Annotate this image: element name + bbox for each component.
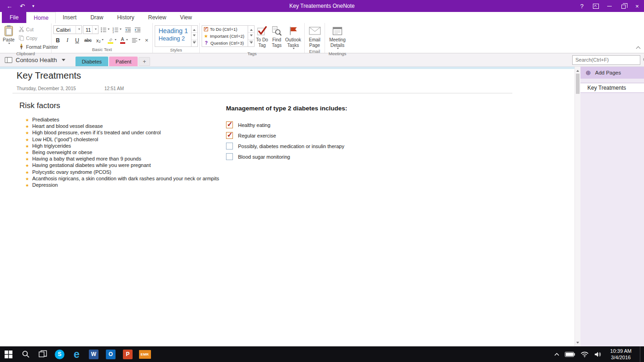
maximize-button[interactable] xyxy=(616,0,630,12)
risk-list-item[interactable]: ★Being overweight or obese xyxy=(19,149,219,156)
styles-more-button[interactable] xyxy=(191,40,197,46)
risk-item-text[interactable]: Having gestational diabetes while you we… xyxy=(32,162,151,168)
todo-checkbox[interactable] xyxy=(226,153,233,160)
tab-home[interactable]: Home xyxy=(26,12,56,23)
increase-indent-button[interactable] xyxy=(133,25,142,34)
undo-icon[interactable]: ↶ xyxy=(20,3,25,10)
risk-list-item[interactable]: ★High triglycerides xyxy=(19,143,219,149)
text-highlight-button[interactable] xyxy=(106,36,117,45)
scrollbar-thumb[interactable] xyxy=(576,74,580,94)
page-title[interactable]: Key Treatments xyxy=(17,70,81,81)
risk-item-text[interactable]: Having a baby that weighed more than 9 p… xyxy=(32,156,141,162)
taskbar-clock[interactable]: 10:39 AM 3/4/2016 xyxy=(608,348,634,361)
checklist-item-text[interactable]: Healthy eating xyxy=(238,122,270,128)
styles-scroll-up-button[interactable] xyxy=(191,26,197,33)
risk-list-item[interactable]: ★Low HDL (“good”) cholesterol xyxy=(19,137,219,143)
notebook-dropdown[interactable]: Contoso Health xyxy=(0,57,65,63)
tags-scroll-up-button[interactable] xyxy=(248,26,254,33)
search-input[interactable] xyxy=(573,57,643,63)
page-list-item-key-treatments[interactable]: Key Treatments xyxy=(580,83,644,93)
risk-list-item[interactable]: ★Heart and blood vessel disease xyxy=(19,123,219,130)
checklist-item[interactable]: Healthy eating xyxy=(226,120,347,130)
checklist-item-text[interactable]: Blood sugar monitoring xyxy=(238,154,290,160)
tags-scroll-down-button[interactable] xyxy=(248,33,254,40)
edge-button[interactable]: e xyxy=(68,346,85,362)
underline-button[interactable]: U xyxy=(73,36,81,45)
risk-factors-heading[interactable]: Risk factors xyxy=(19,101,219,110)
risk-item-text[interactable]: Heart and blood vessel disease xyxy=(32,123,103,129)
scroll-down-button[interactable] xyxy=(575,340,580,346)
font-size-select[interactable]: 11 xyxy=(83,25,99,34)
font-name-select[interactable]: Calibri xyxy=(53,25,82,34)
checklist-item[interactable]: Blood sugar monitoring xyxy=(226,151,347,162)
paragraph-alignment-button[interactable] xyxy=(130,36,141,45)
risk-list-item[interactable]: ★Having a baby that weighed more than 9 … xyxy=(19,156,219,162)
show-desktop-button[interactable] xyxy=(640,346,642,362)
checklist-item[interactable]: Regular exercise xyxy=(226,130,347,141)
bullets-button[interactable] xyxy=(99,25,110,34)
volume-icon[interactable] xyxy=(594,351,602,357)
tag-todo-item[interactable]: To Do (Ctrl+1) xyxy=(202,26,248,33)
help-button[interactable]: ? xyxy=(575,0,589,12)
tray-expand-icon[interactable] xyxy=(554,353,559,356)
checklist-item[interactable]: Possibly, diabetes medication or insulin… xyxy=(226,141,347,151)
checklist-item-text[interactable]: Possibly, diabetes medication or insulin… xyxy=(238,144,344,149)
vertical-scrollbar[interactable] xyxy=(574,67,580,346)
tags-more-button[interactable] xyxy=(248,40,254,46)
risk-list-item[interactable]: ★Having gestational diabetes while you w… xyxy=(19,162,219,169)
risk-list-item[interactable]: ★Polycystic ovary syndrome (PCOS) xyxy=(19,169,219,176)
risk-list-item[interactable]: ★Prediabetes xyxy=(19,117,219,123)
tab-history[interactable]: History xyxy=(110,12,141,23)
strikethrough-button[interactable]: abc xyxy=(82,36,93,45)
back-icon[interactable]: ← xyxy=(6,3,12,10)
section-tab-diabetes[interactable]: Diabetes xyxy=(75,57,108,66)
wifi-icon[interactable] xyxy=(580,351,589,357)
styles-scroll-down-button[interactable] xyxy=(191,33,197,40)
risk-item-text[interactable]: Polycystic ovary syndrome (PCOS) xyxy=(32,169,111,175)
find-tags-button[interactable]: Find Tags xyxy=(270,24,284,51)
risk-item-text[interactable]: High triglycerides xyxy=(32,143,71,149)
numbering-button[interactable]: 123 xyxy=(111,25,122,34)
collapse-ribbon-icon[interactable] xyxy=(636,46,641,51)
tab-file[interactable]: File xyxy=(2,12,26,23)
style-heading-2[interactable]: Heading 2 xyxy=(155,35,191,42)
tab-review[interactable]: Review xyxy=(141,12,173,23)
skype-button[interactable]: S xyxy=(51,346,68,362)
risk-item-text[interactable]: Prediabetes xyxy=(32,117,59,123)
section-tab-patient[interactable]: Patient xyxy=(109,57,138,66)
font-color-button[interactable]: A xyxy=(118,36,129,45)
tab-draw[interactable]: Draw xyxy=(83,12,110,23)
tag-question-item[interactable]: ? Question (Ctrl+3) xyxy=(202,40,248,46)
management-heading[interactable]: Management of type 2 diabetes includes: xyxy=(226,105,347,112)
battery-icon[interactable] xyxy=(565,352,575,357)
close-button[interactable]: × xyxy=(630,0,644,12)
add-section-button[interactable]: + xyxy=(139,57,150,66)
bold-button[interactable]: B xyxy=(53,36,62,45)
todo-checkbox[interactable] xyxy=(226,121,233,128)
risk-factors-outline[interactable]: Risk factors ★Prediabetes ★Heart and blo… xyxy=(19,101,219,189)
todo-tag-button[interactable]: To Do Tag xyxy=(255,24,270,51)
taskbar-search-button[interactable] xyxy=(17,346,34,362)
add-pages-button[interactable]: ⊕ Add Pages xyxy=(580,67,644,79)
todo-checkbox[interactable] xyxy=(226,143,233,149)
meeting-details-button[interactable]: Meeting Details xyxy=(327,24,348,51)
risk-list-item[interactable]: ★Acanthosis nigricans, a skin condition … xyxy=(19,176,219,182)
page-canvas[interactable]: Key Treatments Thursday, December 3, 201… xyxy=(0,67,574,346)
italic-button[interactable]: I xyxy=(63,36,72,45)
style-heading-1[interactable]: Heading 1 xyxy=(155,26,191,35)
ribbon-display-options-button[interactable] xyxy=(589,0,603,12)
task-view-button[interactable] xyxy=(34,346,51,362)
outlook-button[interactable]: O xyxy=(102,346,119,362)
risk-list-item[interactable]: ★High blood pressure, even if it’s treat… xyxy=(19,130,219,136)
decrease-indent-button[interactable] xyxy=(123,25,132,34)
word-button[interactable]: W xyxy=(85,346,102,362)
risk-list-item[interactable]: ★Depression xyxy=(19,182,219,189)
clear-formatting-button[interactable]: × xyxy=(142,36,151,45)
todo-checkbox[interactable] xyxy=(226,132,233,139)
outlook-tasks-button[interactable]: Outlook Tasks xyxy=(284,24,302,51)
checklist-item-text[interactable]: Regular exercise xyxy=(238,133,276,138)
risk-item-text[interactable]: Acanthosis nigricans, a skin condition w… xyxy=(32,176,219,182)
tab-insert[interactable]: Insert xyxy=(56,12,83,23)
emr-app-button[interactable]: EMR xyxy=(136,346,153,362)
scroll-up-button[interactable] xyxy=(575,67,580,73)
